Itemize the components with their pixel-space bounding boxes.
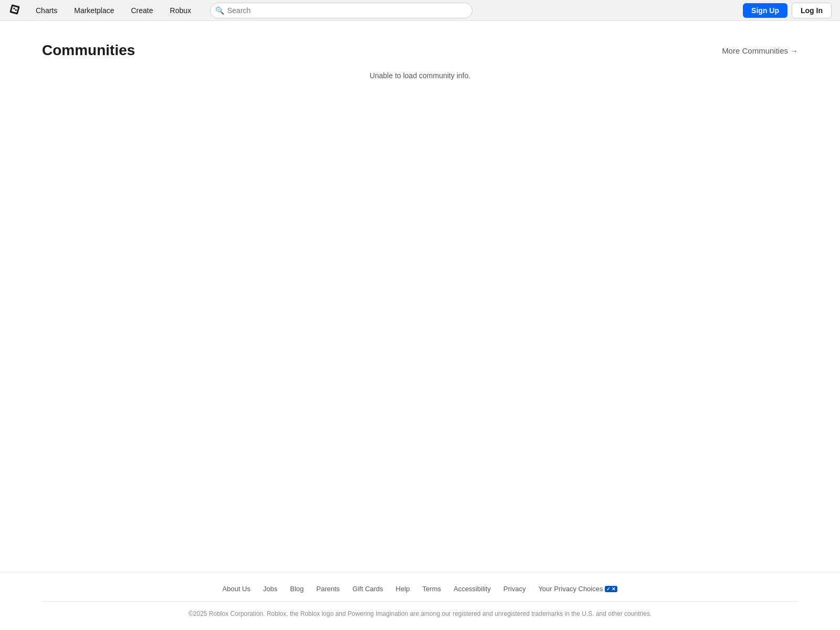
nav-charts[interactable]: Charts [27, 0, 66, 21]
signup-button[interactable]: Sign Up [743, 3, 788, 18]
footer-privacy[interactable]: Privacy [503, 585, 526, 593]
page-title: Communities [42, 42, 135, 59]
header-auth-buttons: Sign Up Log In [743, 3, 832, 18]
privacy-check-icon: ✓ [606, 586, 611, 592]
footer-terms[interactable]: Terms [423, 585, 441, 593]
footer: About Us Jobs Blog Parents Gift Cards He… [0, 572, 840, 630]
nav-create[interactable]: Create [123, 0, 162, 21]
footer-copyright: ©2025 Roblox Corporation. Roblox, the Ro… [42, 610, 798, 617]
search-container: 🔍 [210, 3, 472, 18]
main-nav: Charts Marketplace Create Robux [27, 0, 200, 21]
footer-your-privacy-choices[interactable]: Your Privacy Choices ✓ ✕ [538, 585, 617, 593]
more-communities-label: More Communities [722, 46, 788, 55]
nav-marketplace[interactable]: Marketplace [66, 0, 122, 21]
footer-parents[interactable]: Parents [317, 585, 340, 593]
footer-nav: About Us Jobs Blog Parents Gift Cards He… [42, 585, 798, 593]
footer-blog[interactable]: Blog [290, 585, 303, 593]
your-privacy-choices-label: Your Privacy Choices [538, 585, 603, 593]
footer-gift-cards[interactable]: Gift Cards [352, 585, 383, 593]
login-button[interactable]: Log In [792, 3, 832, 18]
footer-accessibility[interactable]: Accessibility [454, 585, 491, 593]
privacy-choices-badge: ✓ ✕ [605, 586, 617, 592]
footer-help[interactable]: Help [396, 585, 410, 593]
roblox-logo[interactable] [8, 4, 21, 17]
search-input[interactable] [210, 3, 472, 18]
nav-robux[interactable]: Robux [162, 0, 200, 21]
privacy-x-icon: ✕ [612, 586, 616, 592]
error-message: Unable to load community info. [42, 71, 798, 80]
main-content: Communities More Communities → Unable to… [0, 21, 840, 572]
more-communities-arrow: → [790, 46, 798, 55]
search-icon: 🔍 [215, 6, 224, 15]
communities-header: Communities More Communities → [42, 42, 798, 59]
header: Charts Marketplace Create Robux 🔍 Sign U… [0, 0, 840, 21]
footer-about-us[interactable]: About Us [223, 585, 250, 593]
footer-jobs[interactable]: Jobs [263, 585, 277, 593]
more-communities-link[interactable]: More Communities → [722, 46, 798, 55]
footer-divider [42, 601, 798, 602]
